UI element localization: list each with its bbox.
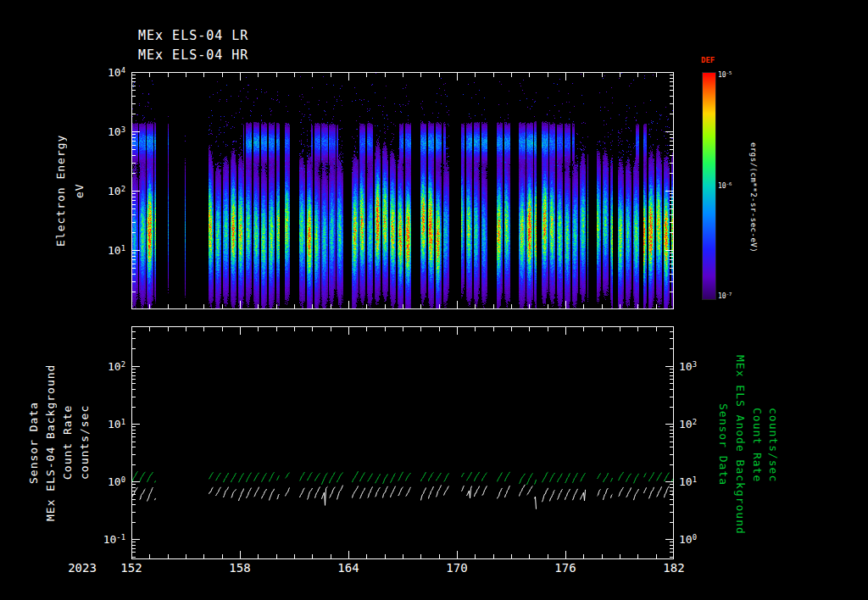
x-tick-label: 152 [120,561,142,575]
colorbar-units-label: ergs/(cm**2-sr-sec-eV) [749,86,758,308]
left-label-count-rate: Count Rate [61,315,74,569]
left-label-els04-background: MEx ELS-04 Background [44,315,57,569]
spectrogram-canvas [131,72,674,309]
tick-label: 10-1 [78,533,125,546]
tick-label: 101 [78,244,125,257]
right-label-anode-background: MEx ELS Anode Background [734,318,747,572]
colorbar [702,72,716,300]
tick-label: 10-7 [718,292,752,300]
x-tick-label: 164 [337,561,359,575]
tick-label: 10-5 [718,71,752,79]
tick-label: 10-6 [718,181,752,189]
tick-label: 101 [679,475,730,488]
tick-label: 102 [78,185,125,197]
left-label-sensor-data: Sensor Data [27,315,40,569]
tick-label: 104 [78,66,125,79]
count-rate-canvas [131,326,674,559]
tick-label: 102 [679,418,730,431]
tick-label: 102 [78,360,125,373]
tick-label: 100 [679,533,730,546]
plot-title-lr: MEx ELS-04 LR [138,28,248,43]
x-tick-label: 158 [229,561,250,575]
x-tick-label: 182 [663,561,684,575]
plot-page: MEx ELS-04 LR MEx ELS-04 HR Electron Ene… [0,0,868,600]
left-label-counts-per-sec: counts/sec [78,315,91,569]
tick-label: 103 [679,360,730,373]
y-axis-label-electron-energy: Electron Energy [54,64,67,318]
tick-label: 101 [78,418,125,431]
colorbar-title: DEF [701,56,715,64]
tick-label: 103 [78,125,125,138]
plot-title-hr: MEx ELS-04 HR [138,47,248,63]
x-axis-year-label: 2023 [68,561,97,575]
x-tick-label: 176 [554,561,576,575]
x-tick-label: 170 [446,561,467,575]
right-label-count-rate: Count Rate [751,318,764,572]
tick-label: 100 [78,475,125,488]
right-label-counts-per-sec: counts/sec [767,318,780,572]
